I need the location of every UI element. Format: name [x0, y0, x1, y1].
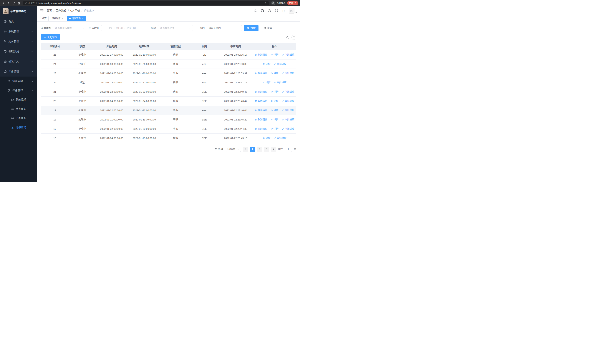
tab-process-detail[interactable]: 流程详情 — [50, 16, 66, 21]
detail-link[interactable]: 详情 — [263, 62, 271, 65]
sidebar-item-infrastructure[interactable]: 基础设施 — [0, 47, 37, 56]
breadcrumb-oa-example[interactable]: OA 示例 — [70, 9, 82, 12]
eye-icon — [271, 109, 273, 111]
table-row: 16 不通过 2022-01-04 00:00:00 2022-01-13 00… — [41, 133, 296, 143]
approval-progress-link[interactable]: 审批进度 — [282, 99, 294, 103]
approval-progress-link[interactable]: 审批进度 — [282, 53, 294, 56]
cell-apply-time: 2022-01-22 23:46:47 — [218, 96, 253, 106]
page-button-2[interactable]: 2 — [257, 147, 262, 152]
table-row: 22 通过 2022-01-22 00:00:00 2022-01-22 00:… — [41, 78, 296, 87]
sidebar-item-pending-tasks[interactable]: 待办任务 — [0, 104, 37, 114]
cancel-leave-link[interactable]: 取消请假 — [255, 90, 267, 93]
cancel-leave-link[interactable]: 取消请假 — [255, 109, 267, 112]
detail-link[interactable]: 详情 — [263, 136, 271, 140]
top-navbar: 首页 工作流程 OA 示例 请假查询 ? TT — [37, 6, 300, 15]
leave-table: 申请编号 状态 开始时间 结束时间 请假类型 原因 申请时间 操作 25 处理中… — [41, 43, 296, 143]
sidebar-item-my-processes[interactable]: 我的流程 — [0, 95, 37, 104]
refresh-table-button[interactable] — [291, 35, 296, 40]
end-date-placeholder[interactable]: 结束日期 — [127, 27, 136, 30]
goto-page-input[interactable] — [285, 147, 292, 152]
breadcrumb-workflow[interactable]: 工作流程 — [56, 9, 69, 12]
url-text[interactable]: dashboard.yudao.iocoder.cn/bpm/oa/leave — [38, 2, 263, 4]
approval-progress-link[interactable]: 审批进度 — [274, 136, 286, 140]
detail-link[interactable]: 详情 — [271, 90, 279, 93]
table-row: 24 已取消 2022-01-03 00:00:00 2022-01-26 00… — [41, 59, 296, 69]
cancel-leave-link[interactable]: 取消请假 — [255, 127, 267, 131]
approval-progress-link[interactable]: 审批进度 — [274, 62, 286, 65]
kebab-menu-icon[interactable] — [294, 2, 297, 4]
reset-button[interactable]: 重置 — [261, 25, 275, 31]
security-warning[interactable]: 不安全 — [25, 1, 35, 5]
detail-link[interactable]: 详情 — [271, 53, 279, 56]
approval-progress-link[interactable]: 审批进度 — [282, 72, 294, 75]
tab-home[interactable]: 首页 — [40, 16, 48, 21]
approval-progress-link[interactable]: 审批进度 — [282, 127, 294, 131]
detail-link[interactable]: 详情 — [271, 109, 279, 112]
reason-label: 原因 — [200, 27, 205, 30]
detail-link[interactable]: 详情 — [271, 72, 279, 75]
sidebar-item-process-management[interactable]: 流程管理 — [0, 76, 37, 86]
page-size-select[interactable]: 10条/页 — [226, 147, 241, 152]
approval-progress-link[interactable]: 审批进度 — [274, 81, 286, 84]
sidebar-item-task-management[interactable]: 任务管理 — [0, 86, 37, 95]
detail-link[interactable]: 详情 — [263, 81, 271, 84]
sidebar-item-system[interactable]: 系统管理 — [0, 27, 37, 37]
create-leave-button[interactable]: 发起请假 — [41, 34, 60, 40]
detail-link[interactable]: 详情 — [271, 127, 279, 131]
cancel-leave-link[interactable]: 取消请假 — [255, 53, 267, 56]
sidebar-item-payment[interactable]: 支付管理 — [0, 37, 37, 47]
cell-actions: 详情 审批进度 — [253, 78, 296, 87]
cancel-leave-link[interactable]: 取消请假 — [255, 118, 267, 121]
cell-start-time: 2022-01-22 00:00:00 — [96, 124, 128, 133]
close-icon[interactable] — [62, 18, 64, 20]
breadcrumb-home[interactable]: 首页 — [47, 9, 54, 12]
toggle-search-icon[interactable] — [286, 36, 289, 39]
address-bar[interactable]: 不安全 dashboard.yudao.iocoder.cn/bpm/oa/le… — [23, 1, 269, 5]
sidebar-item-devtools[interactable]: 研发工具 — [0, 56, 37, 66]
sidebar-item-workflow[interactable]: 工作流程 — [0, 66, 37, 76]
search-icon — [247, 27, 249, 29]
next-page-button[interactable] — [271, 147, 276, 152]
detail-link[interactable]: 详情 — [271, 118, 279, 121]
url-divider — [36, 2, 37, 4]
leave-type-select[interactable]: 请选择请假类型 — [53, 25, 86, 31]
tab-leave-query[interactable]: 请假查询 — [67, 16, 86, 21]
sidebar-collapse-icon[interactable] — [40, 9, 44, 13]
refresh-icon[interactable] — [12, 1, 16, 5]
cell-reason: EEE — [190, 133, 218, 143]
reason-input[interactable] — [206, 25, 242, 31]
cancel-leave-link[interactable]: 取消请假 — [255, 72, 267, 75]
home-icon[interactable] — [18, 1, 21, 5]
search-icon[interactable] — [254, 9, 257, 12]
prev-page-button[interactable] — [243, 147, 248, 152]
back-icon[interactable] — [2, 1, 5, 5]
close-icon[interactable] — [82, 18, 84, 20]
sidebar-item-leave-query[interactable]: 请假查询 — [0, 123, 37, 132]
sidebar-item-label: 待办任务 — [16, 107, 26, 111]
fullscreen-icon[interactable] — [275, 9, 278, 12]
github-icon[interactable] — [261, 9, 264, 12]
start-date-placeholder[interactable]: 开始日期 — [113, 27, 123, 30]
bookmark-star-icon[interactable] — [264, 2, 267, 5]
page-button-1[interactable]: 1 — [250, 147, 255, 152]
sidebar-item-done-tasks[interactable]: 已办任务 — [0, 114, 37, 123]
apply-time-range-picker[interactable]: 开始日期 - 结束日期 — [101, 25, 144, 31]
app-logo[interactable]: 芋道管理系统 — [0, 6, 37, 17]
approval-progress-link[interactable]: 审批进度 — [282, 90, 294, 93]
user-avatar[interactable] — [289, 8, 294, 14]
font-size-icon[interactable]: TT — [282, 9, 285, 12]
cell-actions: 详情 审批进度 — [253, 133, 296, 143]
detail-link[interactable]: 详情 — [271, 99, 279, 103]
cancel-leave-link[interactable]: 取消请假 — [255, 99, 267, 103]
approval-progress-link[interactable]: 审批进度 — [282, 109, 294, 112]
forward-icon[interactable] — [7, 1, 10, 5]
sidebar-item-home[interactable]: 首页 — [0, 17, 37, 27]
help-icon[interactable]: ? — [268, 9, 271, 12]
search-button[interactable]: 搜索 — [244, 25, 259, 31]
browser-update-button[interactable]: 更新 — [287, 1, 298, 5]
col-apply-no: 申请编号 — [41, 43, 69, 50]
page-button-3[interactable]: 3 — [264, 147, 269, 152]
user-menu[interactable] — [289, 8, 297, 14]
approval-progress-link[interactable]: 审批进度 — [282, 118, 294, 121]
result-select[interactable]: 请选择流结果 — [158, 25, 193, 31]
